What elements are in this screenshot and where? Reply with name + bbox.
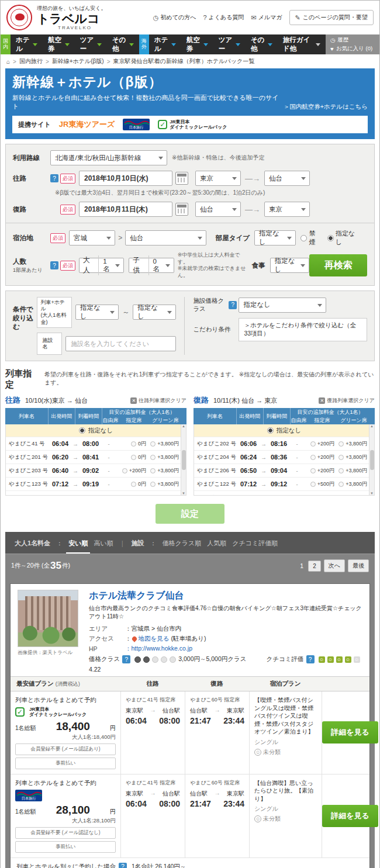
inbound-no-train-option[interactable]: 指定なし <box>194 424 374 437</box>
radio-icon[interactable] <box>310 455 316 460</box>
calendar-icon[interactable] <box>175 203 188 216</box>
radio-icon[interactable] <box>338 455 344 460</box>
detail-button[interactable]: 詳細を見る <box>322 721 378 743</box>
radio-icon[interactable] <box>131 482 136 487</box>
travelko-logo[interactable]: 理想の旅を、いちばん安く。 トラベルコ TRAVELKO <box>37 5 106 30</box>
radio-icon[interactable] <box>338 468 344 473</box>
inbound-to-select[interactable]: 東京 <box>264 202 310 217</box>
inbound-date-input[interactable]: 2018年10月11日(木) <box>79 202 172 217</box>
child-count-select[interactable]: 0名 <box>149 258 174 272</box>
train-row[interactable]: やまびこ41 号06:04→08:00 - 0円 +3,800円 <box>6 437 186 450</box>
no-preference-radio[interactable] <box>327 235 334 241</box>
first-time-link[interactable]: ◷初めての方へ <box>153 13 196 22</box>
breadcrumb-domestic[interactable]: 国内旅行 <box>19 57 43 65</box>
sort-by-popular[interactable]: 人気順 <box>207 539 226 548</box>
price-to-select[interactable]: 指定なし <box>133 305 176 320</box>
train-row[interactable]: やまびこ201 号06:20→08:41 - 0円 +3,800円 <box>6 450 186 464</box>
price-class-select[interactable]: 指定なし <box>239 298 326 313</box>
page-2-button[interactable]: 2 <box>308 561 321 572</box>
facility-name-input[interactable]: 施設名を入力してください <box>65 336 176 351</box>
train-row[interactable]: やまびこ122 号07:12→09:12 - +500円 +3,800円 <box>194 477 374 490</box>
search-again-button[interactable]: 再検索 <box>309 254 367 276</box>
faq-link[interactable]: ?よくある質問 <box>203 13 244 22</box>
nav-domestic-other[interactable]: その他 <box>107 34 139 54</box>
hp-link[interactable]: ：http://www.hokke.co.jp <box>125 645 192 653</box>
no-smoking-radio[interactable] <box>300 235 307 241</box>
radio-icon[interactable] <box>131 441 136 447</box>
help-icon[interactable]: ? <box>306 655 315 663</box>
help-icon[interactable]: ? <box>229 301 237 309</box>
apply-train-button[interactable]: 設定 <box>156 504 224 524</box>
nav-overseas-tour[interactable]: ツアー <box>213 34 246 54</box>
favorites-link[interactable]: ♥お気に入り (0) <box>330 45 375 53</box>
radio-icon[interactable] <box>338 441 344 447</box>
nav-overseas-other[interactable]: その他 <box>246 34 278 54</box>
page-next-button[interactable]: 次へ <box>324 559 345 572</box>
hotel-photo[interactable] <box>18 590 78 647</box>
radio-icon[interactable] <box>150 441 156 447</box>
train-row[interactable]: はやぶさ103 号07:16→08:57 - +1,500円 +4,600円 <box>6 490 186 496</box>
radio-icon[interactable] <box>338 495 344 496</box>
radio-icon[interactable] <box>338 482 344 487</box>
sort-price-asc[interactable]: 安い順 <box>68 539 88 548</box>
radio-icon[interactable] <box>267 427 274 434</box>
jr-tokai-tours-logo[interactable]: JR東海ツアーズ <box>59 119 115 130</box>
radio-icon[interactable] <box>150 495 156 496</box>
radio-icon[interactable] <box>310 468 316 473</box>
radio-icon[interactable] <box>150 482 156 487</box>
adult-count-select[interactable]: 1名 <box>99 258 123 272</box>
route-select[interactable]: 北海道/東北/秋田/山形新幹線 <box>50 150 167 165</box>
radio-icon[interactable] <box>131 455 136 460</box>
detail-button[interactable]: 詳細を見る <box>322 805 378 827</box>
radio-icon[interactable] <box>310 495 316 496</box>
map-link[interactable]: 地図を見る <box>139 635 170 643</box>
scrollbar[interactable]: ▲▼ <box>369 424 374 495</box>
price-from-select[interactable]: 指定なし <box>75 305 119 320</box>
nav-domestic-tour[interactable]: ツアー <box>75 34 107 54</box>
train-row[interactable]: やまびこ208 号07:34→10:02 - +200円 +3,800円 <box>194 490 374 496</box>
mailmag-link[interactable]: ✉メルマガ <box>251 13 282 22</box>
meal-select[interactable]: 指定なし <box>270 258 310 273</box>
sort-by-review[interactable]: クチコミ評価順 <box>232 539 278 548</box>
outbound-from-select[interactable]: 東京 <box>195 171 241 186</box>
inbound-from-select[interactable]: 仙台 <box>195 202 241 217</box>
help-icon[interactable]: ? <box>122 655 130 663</box>
help-icon[interactable]: ? <box>50 174 58 182</box>
page-last-button[interactable]: 最後 <box>348 559 369 572</box>
train-row[interactable]: やまびこ203 号06:40→09:02 - +200円 +3,800円 <box>6 464 186 477</box>
feedback-button[interactable]: ✎このページの質問・要望 <box>289 10 374 25</box>
jr-east-dynamic-rail-pack-logo[interactable]: ✓ JR東日本ダイナミックレールパック <box>158 119 227 130</box>
stay-pref-select[interactable]: 宮城 <box>69 230 115 245</box>
travelko-logo-stamp-icon[interactable] <box>6 5 32 30</box>
radio-icon[interactable] <box>310 441 316 447</box>
train-row[interactable]: やまびこ204 号06:24→08:36 - +200円 +3,800円 <box>194 450 374 464</box>
nav-overseas-flight[interactable]: 航空券 <box>181 34 213 54</box>
outbound-clear-button[interactable]: ✕往路列車選択クリア <box>130 397 186 404</box>
radio-icon[interactable] <box>79 427 85 434</box>
sort-price-desc[interactable]: 高い順 <box>94 539 113 548</box>
train-row[interactable]: やまびこ202 号06:06→08:16 - +200円 +3,800円 <box>194 437 374 450</box>
breadcrumb-shinkansen-hotel[interactable]: 新幹線+ホテル(β版) <box>52 57 104 65</box>
nippon-travel-logo[interactable]: 日本旅行 <box>123 119 150 130</box>
train-row[interactable]: やまびこ206 号06:50→09:04 - +200円 +3,800円 <box>194 464 374 477</box>
room-type-select[interactable]: 指定なし <box>254 230 296 245</box>
flight-hotel-link[interactable]: ＞国内航空券+ホテルはこちら <box>284 103 368 111</box>
train-row[interactable]: やまびこ123 号07:12→09:19 - 0円 +3,800円 <box>6 477 186 490</box>
outbound-no-train-option[interactable]: 指定なし <box>6 424 186 437</box>
home-icon[interactable]: ⌂ <box>6 58 10 65</box>
hotel-name-link[interactable]: ホテル法華クラブ仙台 <box>89 590 362 602</box>
outbound-date-input[interactable]: 2018年10月10日(水) <box>79 171 172 186</box>
nav-guide[interactable]: 旅行ガイド他 <box>278 34 326 54</box>
outbound-to-select[interactable]: 仙台 <box>264 171 310 186</box>
kodawari-filter-link[interactable]: ＞ホテルをこだわり条件で絞り込む（全33項目） <box>239 318 367 341</box>
nav-domestic-flight[interactable]: 航空券 <box>43 34 75 54</box>
nav-domestic-hotel[interactable]: ホテル <box>11 34 43 54</box>
radio-icon[interactable] <box>310 482 316 487</box>
inbound-clear-button[interactable]: ✕復路列車選択クリア <box>319 397 375 404</box>
scrollbar[interactable]: ▲▼ <box>181 424 186 495</box>
help-icon[interactable]: ? <box>119 863 127 868</box>
radio-icon[interactable] <box>118 495 123 496</box>
nav-overseas-hotel[interactable]: ホテル <box>149 34 181 54</box>
radio-icon[interactable] <box>122 468 127 473</box>
radio-icon[interactable] <box>150 455 156 460</box>
